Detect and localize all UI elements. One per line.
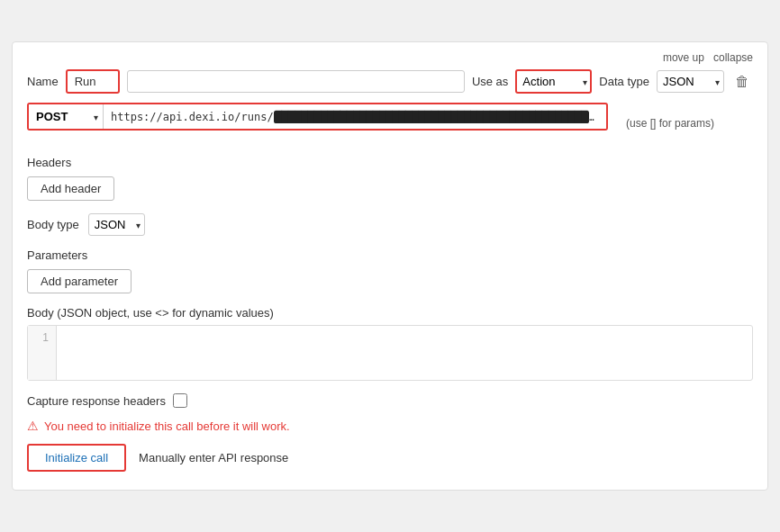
name-row: Name Use as Action Condition Loop ▾ Data… [27, 69, 753, 94]
method-select[interactable]: POST GET PUT DELETE [29, 104, 103, 129]
data-type-select[interactable]: JSON Text Number [657, 70, 724, 93]
move-up-link[interactable]: move up [663, 51, 704, 64]
capture-checkbox[interactable] [173, 393, 187, 408]
body-type-select[interactable]: JSON Form Text None [88, 213, 145, 236]
name-extra-input[interactable] [127, 70, 465, 93]
body-type-label: Body type [27, 218, 79, 231]
collapse-link[interactable]: collapse [713, 51, 753, 64]
body-section: Body (JSON object, use <> for dynamic va… [27, 306, 753, 381]
headers-title: Headers [27, 156, 753, 169]
url-prefix: https://api.dexi.io/runs/ [111, 111, 274, 123]
top-actions-bar: move up collapse [27, 51, 753, 64]
method-select-wrap: POST GET PUT DELETE ▾ [29, 104, 104, 129]
manually-enter-label[interactable]: Manually enter API response [139, 451, 288, 464]
capture-row: Capture response headers [27, 393, 753, 408]
parameters-title: Parameters [27, 248, 753, 262]
use-as-label: Use as [472, 75, 508, 88]
url-display: https://api.dexi.io/runs/███████████████… [104, 105, 606, 129]
body-textarea[interactable] [57, 326, 752, 380]
body-textarea-wrap: 1 [27, 325, 753, 381]
api-call-card: move up collapse Name Use as Action Cond… [12, 41, 768, 491]
headers-section: Headers Add header [27, 156, 753, 201]
action-select-wrap: Action Condition Loop ▾ [515, 69, 592, 94]
action-select[interactable]: Action Condition Loop [515, 69, 592, 94]
capture-label: Capture response headers [27, 394, 166, 408]
url-container: POST GET PUT DELETE ▾ https://api.dexi.i… [27, 103, 753, 143]
init-row: Initialize call Manually enter API respo… [27, 444, 753, 472]
url-hint: (use [] for params) [626, 117, 714, 130]
parameters-section: Parameters Add parameter [27, 248, 753, 293]
body-type-select-wrap: JSON Form Text None ▾ [88, 213, 145, 236]
name-input[interactable] [66, 69, 120, 94]
warning-row: ⚠ You need to initialize this call befor… [27, 419, 753, 433]
add-parameter-button[interactable]: Add parameter [27, 269, 132, 293]
data-type-select-wrap: JSON Text Number ▾ [657, 70, 724, 93]
url-row: POST GET PUT DELETE ▾ https://api.dexi.i… [27, 103, 608, 131]
initialize-call-button[interactable]: Initialize call [27, 444, 126, 472]
url-redacted: ████████████████████████████████████████… [274, 111, 590, 123]
line-numbers: 1 [28, 326, 57, 380]
body-type-row: Body type JSON Form Text None ▾ [27, 213, 753, 236]
body-label: Body (JSON object, use <> for dynamic va… [27, 306, 753, 320]
delete-button[interactable]: 🗑 [731, 72, 753, 92]
name-label: Name [27, 75, 59, 88]
add-header-button[interactable]: Add header [27, 176, 114, 201]
warning-message: You need to initialize this call before … [44, 419, 290, 433]
warning-icon: ⚠ [27, 419, 39, 433]
data-type-label: Data type [599, 75, 649, 88]
line-number-1: 1 [42, 331, 49, 344]
